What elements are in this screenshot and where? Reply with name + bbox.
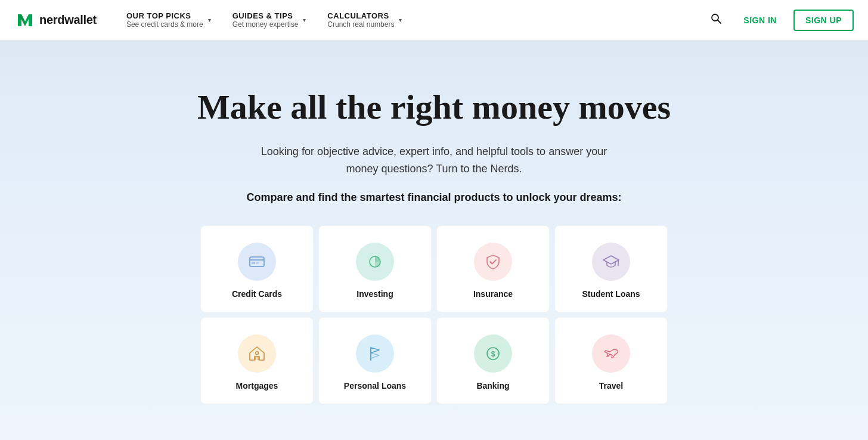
nav-item-calculators[interactable]: CALCULATORS Crunch real numbers ▾ xyxy=(317,0,413,41)
nav-item-guides[interactable]: GUIDES & TIPS Get money expertise ▾ xyxy=(222,0,317,41)
category-grid: Credit Cards Investing Insurance xyxy=(200,225,668,404)
chevron-down-icon: ▾ xyxy=(399,17,402,23)
hero-title: Make all the right money moves xyxy=(197,88,671,126)
main-nav: OUR TOP PICKS See credit cards & more ▾ … xyxy=(116,0,705,41)
investing-label: Investing xyxy=(356,289,393,299)
logo-text: nerdwallet xyxy=(39,13,97,27)
logo[interactable]: nerdwallet xyxy=(14,10,97,31)
svg-line-2 xyxy=(718,20,721,24)
category-card-personal-loans[interactable]: Personal Loans xyxy=(318,317,432,404)
sign-up-button[interactable]: SIGN UP xyxy=(793,10,854,31)
nav-item-top-picks[interactable]: OUR TOP PICKS See credit cards & more ▾ xyxy=(116,0,222,41)
category-card-credit-cards[interactable]: Credit Cards xyxy=(200,225,314,312)
search-button[interactable] xyxy=(705,8,727,32)
svg-rect-3 xyxy=(250,257,264,267)
category-card-insurance[interactable]: Insurance xyxy=(436,225,550,312)
header-actions: SIGN IN SIGN UP xyxy=(705,8,854,32)
svg-rect-0 xyxy=(14,10,36,31)
travel-icon-circle xyxy=(592,334,630,373)
investing-icon-circle xyxy=(356,243,394,281)
category-card-mortgages[interactable]: Mortgages xyxy=(200,317,314,404)
graduation-cap-icon xyxy=(602,253,620,271)
travel-label: Travel xyxy=(599,381,623,391)
hero-subtitle: Looking for objective advice, expert inf… xyxy=(255,143,613,178)
insurance-label: Insurance xyxy=(473,289,513,299)
credit-cards-label: Credit Cards xyxy=(232,289,282,299)
svg-marker-8 xyxy=(603,256,619,264)
svg-text:$: $ xyxy=(491,350,495,358)
banking-label: Banking xyxy=(476,381,509,391)
chevron-down-icon: ▾ xyxy=(303,17,306,23)
dollar-circle-icon: $ xyxy=(484,345,502,362)
svg-point-11 xyxy=(256,352,259,355)
airplane-icon xyxy=(602,345,620,362)
sign-in-button[interactable]: SIGN IN xyxy=(736,11,784,30)
category-card-student-loans[interactable]: Student Loans xyxy=(554,225,668,312)
credit-cards-icon-circle xyxy=(238,243,276,281)
shield-icon xyxy=(484,253,502,271)
mortgages-label: Mortgages xyxy=(236,381,278,391)
category-card-investing[interactable]: Investing xyxy=(318,225,432,312)
house-icon xyxy=(248,345,266,362)
flag-icon xyxy=(366,345,384,362)
category-card-travel[interactable]: Travel xyxy=(554,317,668,404)
hero-section: Make all the right money moves Looking f… xyxy=(0,41,868,440)
insurance-icon-circle xyxy=(474,243,512,281)
svg-rect-6 xyxy=(256,262,259,264)
credit-card-icon xyxy=(248,253,266,271)
personal-loans-label: Personal Loans xyxy=(344,381,406,391)
mortgages-icon-circle xyxy=(238,334,276,373)
svg-rect-5 xyxy=(252,262,255,264)
student-loans-icon-circle xyxy=(592,243,630,281)
personal-loans-icon-circle xyxy=(356,334,394,373)
student-loans-label: Student Loans xyxy=(582,289,640,299)
header: nerdwallet OUR TOP PICKS See credit card… xyxy=(0,0,868,41)
chevron-down-icon: ▾ xyxy=(208,17,211,23)
logo-icon xyxy=(14,10,36,31)
pie-chart-icon xyxy=(366,253,384,271)
svg-point-10 xyxy=(618,265,619,267)
category-card-banking[interactable]: $ Banking xyxy=(436,317,550,404)
hero-cta: Compare and find the smartest financial … xyxy=(246,191,621,204)
search-icon xyxy=(710,13,722,24)
banking-icon-circle: $ xyxy=(474,334,512,373)
